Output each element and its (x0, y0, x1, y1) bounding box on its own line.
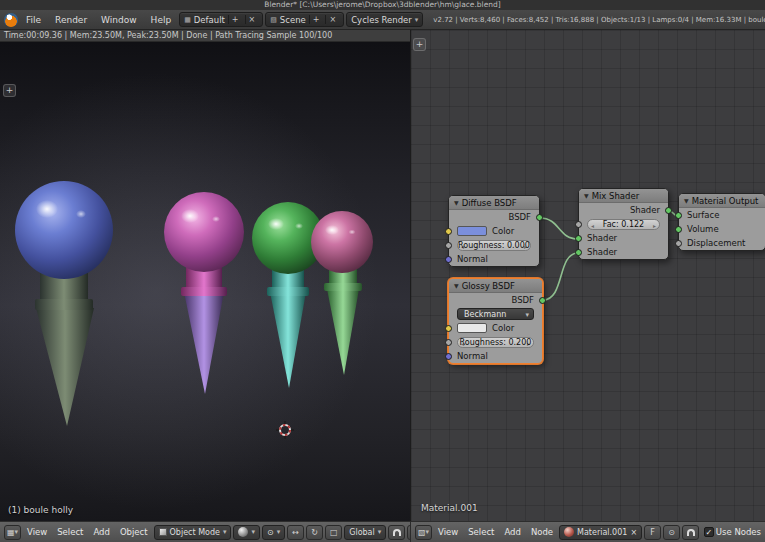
collapse-icon[interactable]: ▼ (454, 199, 459, 206)
shader-output-socket[interactable] (665, 207, 672, 214)
node-material-output[interactable]: ▼ Material Output Surface Volume Displac… (678, 193, 765, 251)
viewport-3d[interactable]: Time:00:09.36 | Mem:23.50M, Peak:23.50M … (0, 30, 411, 521)
magnet-icon (687, 529, 695, 536)
main-area: Time:00:09.36 | Mem:23.50M, Peak:23.50M … (0, 30, 765, 521)
color-input-socket[interactable] (445, 228, 452, 235)
use-nodes-label: Use Nodes (716, 527, 761, 537)
node-mix-header[interactable]: ▼ Mix Shader (579, 189, 668, 203)
manipulator-rotate-button[interactable]: ↻ (306, 525, 323, 540)
object-mode-icon (159, 528, 167, 536)
node-diffuse-bsdf[interactable]: ▼ Diffuse BSDF BSDF Color ◂ Roughness: 0… (448, 195, 540, 267)
color-input-socket[interactable] (445, 325, 452, 332)
node-glossy-header[interactable]: ▼ Glossy BSDF (449, 279, 542, 293)
normal-input-socket[interactable] (445, 256, 452, 263)
collapse-icon[interactable]: ▼ (684, 197, 689, 204)
surface-input-socket[interactable] (675, 212, 682, 219)
material-datablock-selector[interactable]: Material.001 × (559, 525, 642, 540)
render-engine-selector[interactable]: Cycles Render ▾ (346, 12, 423, 27)
roughness-input-socket[interactable] (445, 339, 452, 346)
collapse-icon[interactable]: ▼ (584, 192, 589, 199)
slider-right-arrow[interactable]: ▸ (653, 221, 656, 231)
dropdown-icon: ▾ (378, 528, 382, 536)
node-diffuse-header[interactable]: ▼ Diffuse BSDF (449, 196, 539, 210)
node-glossy-bsdf[interactable]: ▼ Glossy BSDF BSDF Beckmann ▾ Color (448, 278, 543, 364)
ne-menu-node[interactable]: Node (527, 527, 557, 537)
render-status-bar: Time:00:09.36 | Mem:23.50M, Peak:23.50M … (0, 30, 410, 42)
fac-input-socket[interactable] (575, 221, 582, 228)
material-unlink-button[interactable]: × (630, 528, 637, 537)
manipulator-scale-button[interactable]: □ (325, 525, 342, 540)
scene-name: Scene (280, 15, 306, 25)
layout-name: Default (194, 15, 225, 25)
slider-right-arrow[interactable]: ▸ (527, 339, 530, 349)
collapse-icon[interactable]: ▼ (454, 282, 459, 289)
output-volume-row: Volume (679, 222, 765, 236)
pivot-point-selector[interactable]: ⊙ ▾ (262, 525, 285, 540)
roughness-input-socket[interactable] (445, 242, 452, 249)
scene-add-button[interactable]: + (309, 15, 323, 24)
output-displacement-row: Displacement (679, 236, 765, 250)
node-editor[interactable]: + ▼ Diffuse BSDF BSDF Color (411, 30, 765, 521)
viewport-canvas[interactable]: + (0, 42, 410, 521)
ne-menu-add[interactable]: Add (500, 527, 524, 537)
bsdf-output-socket[interactable] (536, 214, 543, 221)
output-label: Shader (630, 205, 660, 215)
roughness-slider[interactable]: ◂ Roughness: 0.200 ▸ (457, 337, 534, 348)
use-nodes-checkbox[interactable]: ✓ (704, 527, 714, 537)
pivot-icon: ⊙ (267, 528, 274, 537)
slider-left-arrow[interactable]: ◂ (461, 339, 464, 349)
snap-magnet-button[interactable] (388, 525, 405, 540)
color-swatch[interactable] (457, 226, 487, 236)
slider-left-arrow[interactable]: ◂ (461, 242, 464, 252)
shader2-input-socket[interactable] (575, 249, 582, 256)
viewport-shading-selector[interactable]: ▾ (233, 525, 260, 540)
color-label: Color (492, 323, 514, 333)
vp-menu-view[interactable]: View (23, 527, 51, 537)
node-mix-shader[interactable]: ▼ Mix Shader Shader ◂ Fac: 0.122 ▸ Shade… (578, 188, 669, 260)
snap-node-button[interactable] (682, 525, 699, 540)
mode-selector[interactable]: Object Mode ▾ (154, 525, 232, 540)
manipulator-translate-button[interactable]: ↔ (287, 525, 304, 540)
vp-menu-add[interactable]: Add (89, 527, 113, 537)
layout-browse-icon[interactable]: ▦ (184, 16, 191, 24)
fac-slider[interactable]: ◂ Fac: 0.122 ▸ (587, 219, 660, 230)
color-swatch[interactable] (457, 323, 487, 333)
slider-right-arrow[interactable]: ▸ (524, 242, 527, 252)
scene-delete-button[interactable]: × (325, 15, 339, 24)
transform-orientation-selector[interactable]: Global ▾ (344, 525, 386, 540)
output-label: BSDF (508, 212, 531, 222)
distribution-dropdown[interactable]: Beckmann ▾ (457, 308, 534, 320)
link-diffuse-to-mix (540, 218, 578, 239)
scene-selector[interactable]: ▧ Scene + × (265, 12, 344, 27)
scene-browse-icon[interactable]: ▧ (270, 16, 277, 24)
layout-add-button[interactable]: + (228, 15, 242, 24)
screen-layout-selector[interactable]: ▦ Default + × (179, 12, 263, 27)
editor-type-button[interactable]: ▧▾ (415, 525, 432, 540)
layout-delete-button[interactable]: × (245, 15, 259, 24)
bsdf-output-socket[interactable] (539, 297, 546, 304)
shader1-input-socket[interactable] (575, 235, 582, 242)
volume-input-socket[interactable] (675, 226, 682, 233)
ne-menu-view[interactable]: View (434, 527, 462, 537)
fake-user-button[interactable]: F (644, 525, 661, 540)
vp-menu-select[interactable]: Select (53, 527, 87, 537)
editor-type-button[interactable]: ▦▾ (4, 525, 21, 540)
menu-render[interactable]: Render (49, 15, 93, 25)
roughness-slider[interactable]: ◂ Roughness: 0.000 ▸ (457, 240, 531, 251)
menu-file[interactable]: File (20, 15, 47, 25)
ne-menu-select[interactable]: Select (464, 527, 498, 537)
vp-menu-object[interactable]: Object (116, 527, 152, 537)
blender-logo-icon[interactable] (4, 13, 18, 27)
slider-left-arrow[interactable]: ◂ (591, 221, 594, 231)
toolshelf-open-tab[interactable]: + (3, 84, 16, 97)
displacement-input-socket[interactable] (675, 240, 682, 247)
dropdown-icon: ▾ (223, 528, 227, 536)
normal-input-socket[interactable] (445, 353, 452, 360)
node-output-header[interactable]: ▼ Material Output (679, 194, 765, 208)
pin-node-tree-button[interactable]: ⊙ (663, 525, 680, 540)
menu-window[interactable]: Window (95, 15, 143, 25)
ice-cream-magenta (164, 192, 244, 394)
3d-cursor (276, 421, 294, 439)
mix-output-row: Shader (579, 203, 668, 217)
menu-help[interactable]: Help (145, 15, 178, 25)
